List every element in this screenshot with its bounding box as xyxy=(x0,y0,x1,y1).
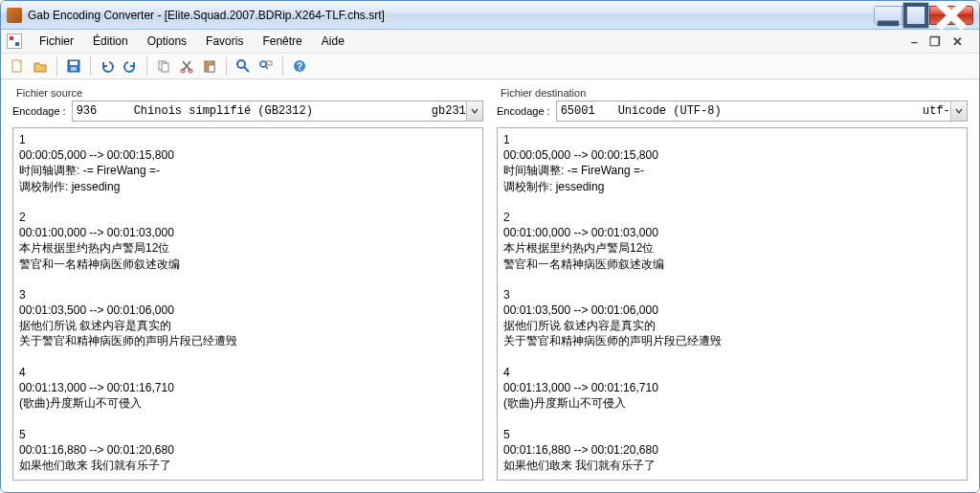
replace-icon xyxy=(258,58,274,74)
toolbar: ? xyxy=(1,53,979,79)
copy-button[interactable] xyxy=(153,56,174,77)
redo-button[interactable] xyxy=(120,56,141,77)
svg-rect-1 xyxy=(905,4,926,25)
menubar: Fichier Édition Options Favoris Fenêtre … xyxy=(1,30,979,53)
mdi-buttons: – ❐ ✕ xyxy=(908,34,973,49)
open-button[interactable] xyxy=(30,56,51,77)
chevron-down-icon xyxy=(471,107,479,115)
toolbar-separator xyxy=(282,56,283,76)
cut-icon xyxy=(179,58,194,74)
copy-icon xyxy=(156,58,171,74)
combo-dropdown-button[interactable] xyxy=(466,101,482,121)
mdi-close-button[interactable]: ✕ xyxy=(949,34,966,49)
mdi-minimize-button[interactable]: – xyxy=(908,34,921,49)
svg-rect-4 xyxy=(70,61,78,65)
menu-label: Fenêtre xyxy=(262,34,301,48)
combo-dropdown-button[interactable] xyxy=(950,101,967,121)
menu-label: Favoris xyxy=(206,34,243,48)
encoding-code: 936 xyxy=(77,104,134,118)
help-icon: ? xyxy=(292,58,307,74)
window-buttons xyxy=(875,6,973,25)
svg-rect-15 xyxy=(267,61,272,65)
menu-fichier[interactable]: Fichier xyxy=(30,32,83,51)
encoding-name: Unicode (UTF-8) xyxy=(618,104,896,118)
source-textbox[interactable]: 1 00:00:05,000 --> 00:00:15,800 时间轴调整: -… xyxy=(12,127,483,481)
svg-rect-12 xyxy=(209,65,214,72)
help-button[interactable]: ? xyxy=(289,56,310,77)
window-close-button[interactable] xyxy=(929,6,973,25)
redo-icon xyxy=(122,58,138,74)
save-button[interactable] xyxy=(63,56,84,77)
encoding-code: 65001 xyxy=(561,104,618,118)
svg-rect-11 xyxy=(208,60,212,63)
maximize-icon xyxy=(902,2,929,29)
source-encoding-label: Encodage : xyxy=(12,105,66,117)
menu-label: Fichier xyxy=(39,34,74,48)
window-title: Gab Encoding Converter - [Elite.Squad.20… xyxy=(28,9,875,22)
window-minimize-button[interactable] xyxy=(874,6,902,25)
paste-icon xyxy=(202,58,217,74)
mdi-restore-button[interactable]: ❐ xyxy=(926,34,944,49)
menu-aide[interactable]: Aide xyxy=(312,32,354,51)
app-title-icon xyxy=(7,8,22,23)
find-icon xyxy=(235,58,251,74)
save-icon xyxy=(66,58,81,74)
destination-textbox[interactable]: 1 00:00:05,000 --> 00:00:15,800 时间轴调整: -… xyxy=(497,127,968,481)
menu-fenetre[interactable]: Fenêtre xyxy=(253,32,311,51)
new-icon xyxy=(10,58,25,74)
undo-icon xyxy=(100,58,115,74)
source-pane: Fichier source Encodage : 936 Chinois si… xyxy=(12,87,483,481)
destination-encoding-row: Encodage : 65001 Unicode (UTF-8) utf-8 xyxy=(497,101,968,122)
source-encoding-combo[interactable]: 936 Chinois simplifié (GB2312) gb2312 xyxy=(72,101,483,122)
menu-label: Aide xyxy=(322,34,345,48)
source-pane-label: Fichier source xyxy=(12,87,483,101)
toolbar-separator xyxy=(146,56,147,76)
menu-label: Édition xyxy=(93,34,128,48)
toolbar-separator xyxy=(56,56,57,76)
undo-button[interactable] xyxy=(97,56,118,77)
menu-favoris[interactable]: Favoris xyxy=(196,32,253,51)
toolbar-separator xyxy=(226,56,227,76)
chevron-down-icon xyxy=(955,107,963,115)
svg-point-13 xyxy=(237,60,245,68)
app-menu-icon[interactable] xyxy=(7,34,22,49)
svg-rect-7 xyxy=(162,63,168,72)
destination-pane: Fichier destination Encodage : 65001 Uni… xyxy=(497,87,968,481)
menu-options[interactable]: Options xyxy=(138,32,196,51)
source-encoding-row: Encodage : 936 Chinois simplifié (GB2312… xyxy=(12,101,483,122)
open-icon xyxy=(33,58,48,74)
svg-rect-5 xyxy=(71,67,77,71)
replace-button[interactable] xyxy=(256,56,277,77)
menu-edition[interactable]: Édition xyxy=(83,32,138,51)
find-button[interactable] xyxy=(233,56,254,77)
cut-button[interactable] xyxy=(176,56,197,77)
paste-button[interactable] xyxy=(199,56,220,77)
toolbar-separator xyxy=(90,56,91,76)
window-maximize-button[interactable] xyxy=(902,6,930,25)
svg-text:?: ? xyxy=(297,61,302,72)
menu-label: Options xyxy=(147,34,187,48)
minimize-icon xyxy=(875,2,902,29)
window-titlebar: Gab Encoding Converter - [Elite.Squad.20… xyxy=(1,1,979,30)
destination-encoding-label: Encodage : xyxy=(497,105,550,117)
workspace: Fichier source Encodage : 936 Chinois si… xyxy=(1,79,979,492)
encoding-name: Chinois simplifié (GB2312) xyxy=(134,104,412,118)
svg-rect-0 xyxy=(878,20,899,26)
destination-pane-label: Fichier destination xyxy=(497,87,968,101)
new-button[interactable] xyxy=(7,56,28,77)
destination-encoding-combo[interactable]: 65001 Unicode (UTF-8) utf-8 xyxy=(556,101,968,122)
